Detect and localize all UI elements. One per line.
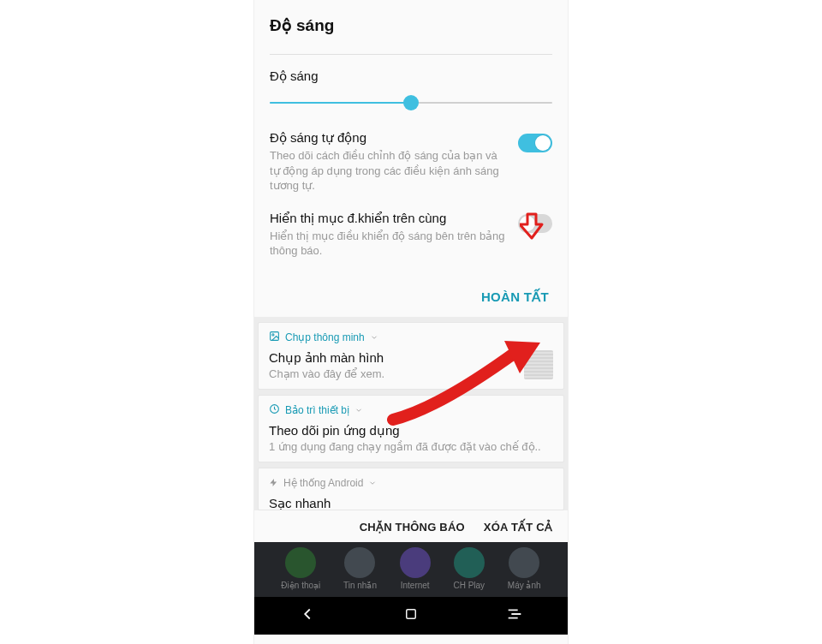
dock-label: Tin nhắn — [343, 581, 377, 590]
show-control-top-title: Hiển thị mục đ.khiển trên cùng — [270, 211, 506, 226]
chevron-down-icon[interactable] — [370, 330, 378, 345]
panel-title: Độ sáng — [270, 15, 552, 35]
chevron-down-icon[interactable] — [354, 402, 363, 418]
notif-smart-capture[interactable]: Chụp thông minh Chụp ảnh màn hình Chạm v… — [258, 322, 564, 390]
svg-rect-0 — [271, 331, 279, 340]
brightness-slider[interactable] — [270, 94, 552, 111]
image-icon — [269, 330, 280, 345]
notif-desc: 1 ứng dụng đang chạy ngầm đã được đặt và… — [269, 440, 553, 453]
dock-label: Internet — [401, 581, 430, 590]
gauge-icon — [269, 402, 280, 418]
chevron-down-icon[interactable] — [368, 475, 377, 491]
svg-point-1 — [272, 334, 274, 336]
auto-brightness-desc: Theo dõi cách điều chỉnh độ sáng của bạn… — [270, 148, 506, 194]
notif-actions: CHẶN THÔNG BÁO XÓA TẤT CẢ — [254, 510, 568, 542]
notif-title: Chụp ảnh màn hình — [269, 350, 515, 366]
dock-label: CH Play — [453, 581, 485, 590]
show-control-top-desc: Hiển thị mục điều khiển độ sáng bên trên… — [270, 229, 506, 259]
show-control-top-row: Hiển thị mục đ.khiển trên cùng Hiển thị … — [270, 211, 552, 259]
done-bar: HOÀN TẤT — [254, 276, 568, 317]
home-icon[interactable] — [403, 606, 419, 625]
phone-frame: Độ sáng Độ sáng Độ sáng tự động Theo dõi… — [253, 0, 569, 644]
dock-item[interactable]: Tin nhắn — [343, 547, 377, 590]
screenshot-thumbnail[interactable] — [524, 350, 553, 379]
divider — [270, 54, 552, 55]
notif-app-name: Chụp thông minh — [285, 331, 365, 343]
auto-brightness-title: Độ sáng tự động — [270, 130, 506, 146]
auto-brightness-toggle[interactable] — [518, 134, 552, 152]
dock-item[interactable]: CH Play — [453, 547, 485, 590]
back-icon[interactable] — [298, 605, 317, 627]
notif-title: Theo dõi pin ứng dụng — [269, 423, 553, 438]
notif-app-name: Bảo trì thiết bị — [285, 404, 349, 416]
done-button[interactable]: HOÀN TẤT — [481, 289, 549, 305]
bolt-icon — [269, 475, 278, 491]
notif-title: Sạc nhanh — [269, 496, 553, 510]
dock-item[interactable]: Điện thoại — [281, 547, 320, 590]
notification-area: Chụp thông minh Chụp ảnh màn hình Chạm v… — [254, 317, 568, 542]
annotation-arrow-down-icon — [520, 212, 544, 243]
clear-all-button[interactable]: XÓA TẤT CẢ — [484, 521, 552, 534]
svg-rect-3 — [407, 609, 416, 618]
dock-label: Máy ảnh — [508, 581, 541, 590]
notif-android-system[interactable]: Hệ thống Android Sạc nhanh — [258, 468, 564, 510]
notif-desc: Chạm vào đây để xem. — [269, 367, 515, 380]
dock-label: Điện thoại — [281, 581, 320, 590]
dock-item[interactable]: Internet — [400, 547, 431, 590]
dock-item[interactable]: Máy ảnh — [508, 547, 541, 590]
app-dock: Điện thoạiTin nhắnInternetCH PlayMáy ảnh — [254, 542, 568, 597]
notif-app-name: Hệ thống Android — [283, 477, 363, 489]
auto-brightness-row: Độ sáng tự động Theo dõi cách điều chỉnh… — [270, 130, 552, 194]
block-notifications-button[interactable]: CHẶN THÔNG BÁO — [360, 521, 465, 534]
navigation-bar — [254, 597, 568, 635]
brightness-label: Độ sáng — [270, 69, 552, 84]
notif-maintenance[interactable]: Bảo trì thiết bị Theo dõi pin ứng dụng 1… — [258, 395, 564, 462]
recents-icon[interactable] — [505, 605, 524, 627]
